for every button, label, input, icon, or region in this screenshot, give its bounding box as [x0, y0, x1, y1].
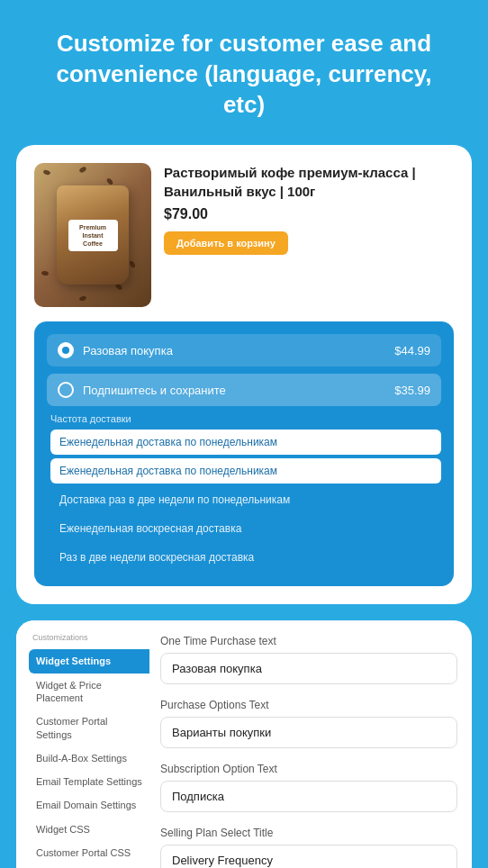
sidebar-item-customer-portal-css[interactable]: Customer Portal CSS — [29, 841, 149, 864]
sidebar-item-build-a-box[interactable]: Build-A-Box Settings — [29, 746, 149, 770]
frequency-section-label: Частота доставки — [50, 413, 441, 424]
sidebar-item-widget-price[interactable]: Widget & Price Placement — [29, 674, 149, 710]
field-label-subscription-option: Subscription Option Text — [160, 763, 457, 775]
sidebar-item-widget-css[interactable]: Widget CSS — [29, 818, 149, 841]
field-subscription-option: Subscription Option Text — [160, 763, 457, 812]
header-title: Customize for customer ease and convenie… — [36, 29, 452, 120]
product-image: PremiumInstantCoffee — [34, 163, 151, 307]
field-selling-plan-title: Selling Plan Select Title — [160, 827, 457, 868]
sidebar-item-build-a-box-css[interactable]: Build-A-Box CSS — [29, 864, 149, 868]
product-card: PremiumInstantCoffee Растворимый кофе пр… — [16, 145, 472, 604]
frequency-option-2[interactable]: Еженедельная доставка по понедельникам — [50, 458, 441, 484]
field-input-selling-plan[interactable] — [160, 845, 457, 868]
field-input-one-time[interactable] — [160, 653, 457, 684]
sidebar-item-email-template[interactable]: Email Template Settings — [29, 770, 149, 793]
subscribe-option[interactable]: Подпишитесь и сохраните $35.99 — [47, 374, 441, 406]
sidebar-item-email-domain[interactable]: Email Domain Settings — [29, 793, 149, 817]
sidebar-title: Customizations — [29, 633, 149, 642]
product-info: Растворимый кофе премиум-класса | Ваниль… — [164, 163, 454, 307]
sidebar-item-widget-settings[interactable]: Widget Settings — [29, 649, 149, 673]
main-content: One Time Purchase text Purchase Options … — [149, 620, 472, 868]
frequency-section: Частота доставки Еженедельная доставка п… — [47, 413, 441, 570]
one-time-purchase-option[interactable]: Разовая покупка $44.99 — [47, 334, 441, 366]
field-input-subscription-option[interactable] — [160, 781, 457, 812]
subscribe-radio[interactable] — [58, 382, 74, 398]
subscribe-label: Подпишитесь и сохраните — [83, 384, 226, 397]
field-one-time-purchase: One Time Purchase text — [160, 635, 457, 684]
field-purchase-options: Purchase Options Text — [160, 699, 457, 748]
settings-sidebar: Customizations Widget Settings Widget & … — [16, 620, 149, 868]
frequency-option-1[interactable]: Еженедельная доставка по понедельникам — [50, 429, 441, 455]
product-title: Растворимый кофе премиум-класса | Ваниль… — [164, 163, 454, 201]
coffee-bag: PremiumInstantCoffee — [57, 185, 129, 285]
frequency-option-3[interactable]: Доставка раз в две недели по понедельник… — [50, 487, 441, 512]
add-to-cart-button[interactable]: Добавить в корзину — [164, 231, 288, 255]
field-label-purchase-options: Purchase Options Text — [160, 699, 457, 711]
settings-panel: Customizations Widget Settings Widget & … — [16, 620, 472, 868]
one-time-radio[interactable] — [58, 342, 74, 358]
one-time-label: Разовая покупка — [83, 344, 173, 357]
product-top: PremiumInstantCoffee Растворимый кофе пр… — [34, 163, 454, 307]
product-price: $79.00 — [164, 206, 454, 222]
subscribe-price: $35.99 — [394, 384, 430, 397]
field-input-purchase-options[interactable] — [160, 717, 457, 748]
one-time-price: $44.99 — [394, 344, 430, 357]
sidebar-item-customer-portal[interactable]: Customer Portal Settings — [29, 710, 149, 746]
coffee-bag-label: PremiumInstantCoffee — [68, 220, 118, 251]
field-label-one-time: One Time Purchase text — [160, 635, 457, 647]
page-header: Customize for customer ease and convenie… — [0, 0, 488, 145]
frequency-option-4[interactable]: Еженедельная воскресная доставка — [50, 516, 441, 541]
purchase-options: Разовая покупка $44.99 Подпишитесь и сох… — [34, 321, 454, 586]
frequency-option-5[interactable]: Раз в две недели воскресная доставка — [50, 545, 441, 570]
field-label-selling-plan: Selling Plan Select Title — [160, 827, 457, 839]
